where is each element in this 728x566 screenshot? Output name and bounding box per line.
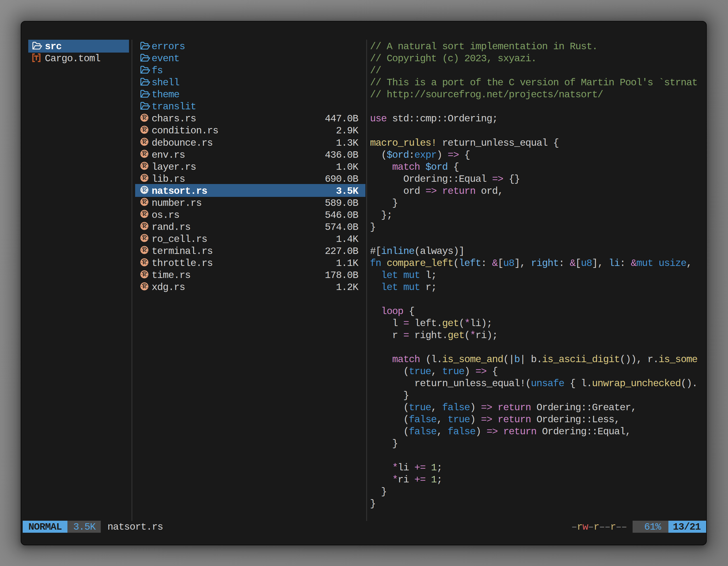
svg-text:R: R — [142, 260, 146, 266]
svg-text:R: R — [142, 151, 146, 157]
svg-text:R: R — [142, 163, 146, 169]
svg-text:R: R — [142, 175, 146, 181]
svg-text:R: R — [142, 127, 146, 133]
svg-text:R: R — [142, 199, 146, 205]
svg-text:R: R — [142, 223, 146, 229]
svg-text:R: R — [142, 247, 146, 253]
svg-text:R: R — [142, 211, 146, 217]
svg-text:R: R — [142, 139, 146, 145]
svg-text:R: R — [142, 115, 146, 121]
svg-text:R: R — [142, 235, 146, 241]
svg-text:R: R — [142, 272, 146, 278]
svg-text:R: R — [142, 187, 146, 193]
svg-text:R: R — [142, 283, 146, 289]
